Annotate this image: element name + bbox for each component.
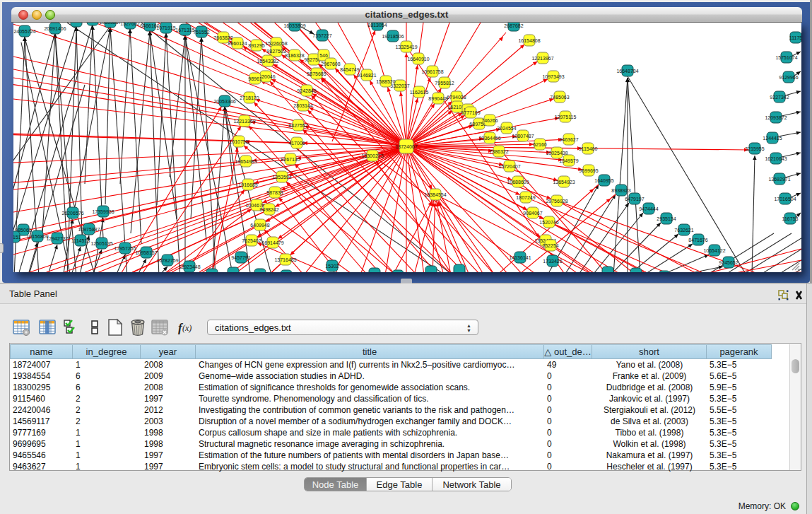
svg-text:16648784: 16648784 — [616, 69, 638, 74]
svg-text:3215955: 3215955 — [745, 146, 764, 151]
svg-text:98961: 98961 — [248, 76, 262, 81]
svg-text:7386322: 7386322 — [489, 149, 508, 154]
svg-text:2803144: 2803144 — [293, 103, 312, 108]
svg-text:8813054: 8813054 — [367, 23, 387, 28]
svg-text:11175: 11175 — [789, 35, 801, 40]
svg-text:13325419: 13325419 — [395, 45, 417, 49]
svg-text:1640955: 1640955 — [594, 178, 613, 183]
svg-text:1520746: 1520746 — [539, 220, 558, 225]
svg-text:9777169: 9777169 — [461, 110, 480, 115]
svg-text:6794028: 6794028 — [447, 95, 466, 100]
svg-text:1162615: 1162615 — [410, 90, 429, 95]
svg-text:12505135: 12505135 — [90, 241, 112, 246]
svg-text:10653267: 10653267 — [99, 23, 121, 25]
svg-text:5875685: 5875685 — [307, 71, 326, 76]
svg-text:16210643: 16210643 — [765, 156, 787, 161]
svg-text:746266: 746266 — [481, 118, 498, 123]
svg-text:16782759: 16782759 — [156, 258, 178, 263]
svg-text:7357227: 7357227 — [312, 33, 331, 38]
svg-text:1010755: 1010755 — [229, 139, 248, 144]
svg-text:1527602: 1527602 — [120, 23, 139, 26]
svg-text:1807249: 1807249 — [516, 195, 535, 200]
svg-text:13692971: 13692971 — [768, 177, 790, 182]
svg-text:10688609: 10688609 — [507, 180, 529, 185]
svg-text:5322037: 5322037 — [390, 83, 409, 88]
svg-text:9115460: 9115460 — [579, 146, 598, 151]
svg-text:8960124: 8960124 — [228, 41, 247, 46]
svg-text:3024554: 3024554 — [497, 126, 516, 131]
svg-text:8990448: 8990448 — [428, 96, 447, 101]
svg-text:12213967: 12213967 — [531, 56, 553, 61]
svg-text:9699695: 9699695 — [579, 168, 598, 173]
svg-text:7663822: 7663822 — [213, 35, 233, 40]
svg-text:15302: 15302 — [325, 264, 339, 269]
svg-text:12213369: 12213369 — [233, 119, 255, 124]
svg-text:2967608: 2967608 — [321, 62, 340, 66]
svg-text:7485063: 7485063 — [550, 95, 569, 100]
svg-text:9242845: 9242845 — [297, 88, 316, 93]
svg-text:751552: 751552 — [193, 30, 209, 35]
svg-text:9498242: 9498242 — [259, 207, 278, 212]
svg-text:1244415: 1244415 — [763, 136, 782, 141]
svg-text:2687682: 2687682 — [504, 23, 523, 28]
svg-text:9227342: 9227342 — [770, 95, 789, 100]
svg-text:8427552: 8427552 — [288, 123, 307, 128]
svg-text:9457791: 9457791 — [231, 255, 250, 260]
svg-text:(x): (x) — [182, 323, 192, 333]
svg-text:10973493: 10973493 — [542, 74, 564, 79]
svg-text:39151: 39151 — [13, 235, 21, 240]
svg-text:10961758: 10961758 — [421, 69, 443, 74]
svg-text:9463627: 9463627 — [559, 137, 578, 142]
svg-text:2935134: 2935134 — [657, 216, 676, 221]
svg-text:1114513: 1114513 — [71, 238, 90, 243]
svg-text:1588520: 1588520 — [376, 79, 395, 84]
svg-text:18724007: 18724007 — [395, 144, 417, 149]
svg-text:26206576: 26206576 — [61, 211, 83, 216]
svg-text:8186328: 8186328 — [285, 53, 304, 58]
svg-text:546: 546 — [319, 53, 328, 58]
svg-text:8454749: 8454749 — [340, 67, 359, 72]
svg-text:17016504: 17016504 — [774, 197, 796, 201]
svg-text:9084067: 9084067 — [523, 211, 542, 216]
svg-text:29756928: 29756928 — [546, 199, 567, 204]
svg-text:10807487: 10807487 — [512, 134, 534, 139]
svg-text:20691406: 20691406 — [44, 26, 66, 31]
svg-text:2718170: 2718170 — [240, 95, 259, 100]
svg-text:12975115: 12975115 — [555, 115, 577, 119]
svg-text:9827503: 9827503 — [266, 49, 286, 54]
svg-text:6409948: 6409948 — [250, 223, 269, 228]
svg-text:20364456: 20364456 — [478, 136, 500, 141]
svg-text:587833: 587833 — [266, 190, 283, 195]
svg-text:7955812: 7955812 — [435, 81, 454, 86]
svg-text:16033809: 16033809 — [283, 23, 305, 28]
svg-text:10654122: 10654122 — [703, 248, 725, 253]
svg-text:15300273: 15300273 — [361, 153, 383, 158]
svg-text:1353594: 1353594 — [272, 175, 291, 180]
svg-text:12923448: 12923448 — [178, 264, 200, 269]
svg-text:9129966: 9129966 — [779, 75, 798, 80]
svg-text:10975887: 10975887 — [78, 227, 100, 232]
svg-text:891295: 891295 — [248, 43, 264, 48]
svg-text:24055724: 24055724 — [13, 29, 35, 34]
svg-text:6479197: 6479197 — [625, 197, 644, 201]
svg-text:19654985: 19654985 — [235, 159, 257, 164]
svg-text:9474444: 9474444 — [639, 206, 658, 211]
svg-text:16154808: 16154808 — [518, 38, 540, 43]
svg-text:10025438: 10025438 — [546, 151, 567, 156]
svg-text:12156809: 12156809 — [26, 234, 48, 239]
svg-text:13716485: 13716485 — [274, 257, 296, 262]
svg-text:12093872: 12093872 — [765, 115, 787, 120]
svg-text:16543382: 16543382 — [257, 59, 278, 64]
svg-text:1733426: 1733426 — [543, 259, 562, 264]
svg-text:20053346: 20053346 — [213, 99, 235, 104]
svg-text:1549579: 1549579 — [559, 158, 578, 163]
svg-text:62160: 62160 — [533, 142, 547, 147]
svg-text:15720407: 15720407 — [498, 164, 520, 169]
svg-text:7625402: 7625402 — [242, 238, 261, 243]
svg-text:19218506: 19218506 — [382, 34, 404, 39]
svg-text:252254: 252254 — [542, 243, 558, 248]
svg-text:16914479: 16914479 — [261, 240, 283, 245]
svg-text:8267130: 8267130 — [281, 157, 300, 162]
svg-text:17957255: 17957255 — [114, 246, 136, 251]
svg-text:15226058: 15226058 — [265, 41, 287, 46]
